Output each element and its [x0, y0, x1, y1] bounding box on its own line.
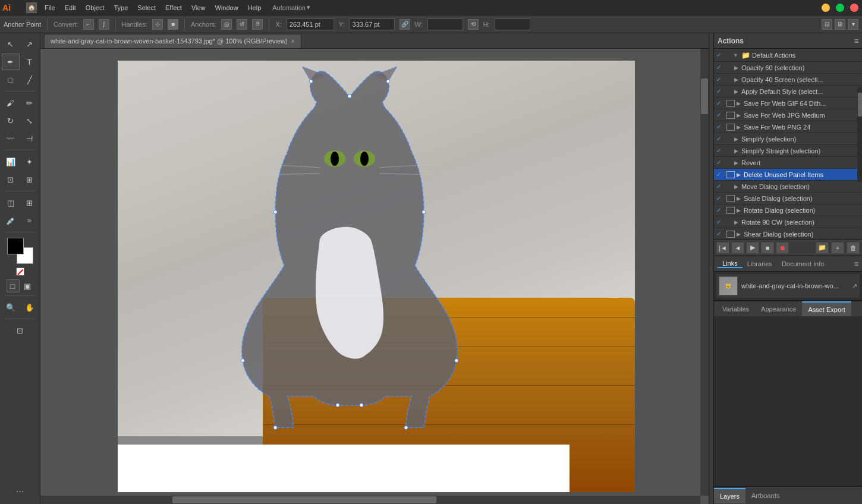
action-item-7[interactable]: ✓ ▶ Simplify (selection)	[714, 133, 862, 145]
handles-btn1[interactable]: ⊹	[152, 19, 163, 30]
menu-type[interactable]: Type	[110, 3, 133, 12]
more-btn[interactable]: ▾	[848, 19, 858, 30]
normal-mode-btn[interactable]: □	[7, 279, 20, 292]
rotate-tool[interactable]: ↻	[2, 112, 20, 129]
actions-scrollbar[interactable]	[857, 87, 862, 182]
libraries-tab[interactable]: Libraries	[743, 260, 777, 267]
actions-stop-btn[interactable]: ■	[761, 242, 774, 254]
artboards-tab[interactable]: Artboards	[745, 488, 786, 503]
x-input[interactable]	[287, 18, 334, 30]
mesh-tool[interactable]: ⊞	[21, 194, 39, 211]
hand-tool[interactable]: ✋	[21, 299, 39, 316]
stroke-swatch[interactable]	[7, 238, 24, 254]
menu-view[interactable]: View	[187, 3, 210, 12]
action-item-5[interactable]: ✓ ▶ Save For Web JPG Medium	[714, 109, 862, 121]
asset-export-tab[interactable]: Asset Export	[802, 301, 851, 317]
horizontal-scroll-thumb[interactable]	[172, 496, 436, 503]
no-color-btn[interactable]	[16, 267, 24, 276]
actions-play-prev-btn[interactable]: ◄	[731, 242, 744, 254]
vertical-scroll-thumb[interactable]	[701, 78, 708, 114]
align-btn[interactable]: ⊟	[822, 19, 832, 30]
width-tool[interactable]: ⊣	[21, 130, 39, 147]
link-wh-btn[interactable]: 🔗	[399, 19, 410, 30]
eyedropper-tool[interactable]: 💉	[2, 212, 20, 229]
anchors-btn2[interactable]: ↺	[237, 19, 247, 30]
actions-prev-btn[interactable]: |◄	[716, 242, 729, 254]
action-item-13[interactable]: ✓ ▶ Rotate Dialog (selection)	[714, 204, 862, 216]
transform-btn[interactable]: ⟲	[468, 19, 479, 30]
action-item-15[interactable]: ✓ ▶ Shear Dialog (selection)	[714, 228, 862, 239]
direct-selection-tool[interactable]: ↗	[21, 36, 39, 52]
action-item-8[interactable]: ✓ ▶ Simplify Straight (selection)	[714, 145, 862, 157]
actions-new-set-btn[interactable]: 📁	[816, 242, 829, 254]
h-input[interactable]	[495, 18, 530, 30]
screen-mode-btn[interactable]: ▣	[21, 279, 34, 292]
menu-edit[interactable]: Edit	[61, 3, 80, 12]
resize-handle[interactable]: ⋮	[709, 33, 713, 504]
action-item-9[interactable]: ✓ ▶ Revert	[714, 157, 862, 169]
zoom-tool[interactable]: 🔍	[2, 299, 20, 316]
link-goto-btn[interactable]: ↗	[852, 282, 857, 290]
document-tab[interactable]: white-and-gray-cat-in-brown-woven-basket…	[44, 34, 301, 48]
variables-tab[interactable]: Variables	[716, 301, 755, 317]
link-item-1[interactable]: 🐱 white-and-gray-cat-in-brown-wo... ↗	[716, 274, 860, 298]
rectangle-tool[interactable]: □	[2, 71, 20, 88]
artboards-tool2[interactable]: ⊡	[2, 322, 38, 339]
menu-window[interactable]: Window	[211, 3, 243, 12]
action-item-2[interactable]: ✓ ▶ Opacity 40 Screen (selecti...	[714, 74, 862, 86]
pencil-tool[interactable]: ✏	[21, 94, 39, 111]
workspace-dropdown[interactable]: ▾	[307, 4, 310, 11]
actions-record-btn[interactable]: ⏺	[776, 242, 789, 254]
warp-tool[interactable]: 〰	[2, 130, 20, 147]
slice-tool[interactable]: ⊞	[21, 171, 39, 188]
layers-tab[interactable]: Layers	[714, 488, 745, 503]
anchors-btn1[interactable]: ◎	[221, 19, 232, 30]
anchors-btn3[interactable]: ⠿	[252, 19, 263, 30]
document-canvas[interactable]	[118, 61, 635, 492]
action-item-11[interactable]: ✓ ▶ Move Dialog (selection)	[714, 181, 862, 193]
action-item-10[interactable]: ✓ ▶ Delete Unused Panel Items	[714, 169, 862, 181]
y-input[interactable]	[350, 18, 395, 30]
paintbrush-tool[interactable]: 🖌	[2, 94, 20, 111]
action-item-6[interactable]: ✓ ▶ Save For Web PNG 24	[714, 121, 862, 133]
menu-object[interactable]: Object	[81, 3, 109, 12]
pen-tool[interactable]: ✒	[2, 53, 20, 70]
symbol-tool[interactable]: ✦	[21, 153, 39, 170]
scale-tool[interactable]: ⤡	[21, 112, 39, 129]
blend-tool[interactable]: ≈	[21, 212, 39, 229]
action-item-14[interactable]: ✓ ▶ Rotate 90 CW (selection)	[714, 216, 862, 228]
gradient-tool[interactable]: ◫	[2, 194, 20, 211]
menu-help[interactable]: Help	[244, 3, 266, 12]
convert-smooth-btn[interactable]: ∫	[99, 19, 109, 30]
vertical-scrollbar[interactable]	[700, 49, 709, 496]
actions-delete-btn[interactable]: 🗑	[847, 242, 860, 254]
line-tool[interactable]: ╱	[21, 71, 39, 88]
horizontal-scrollbar[interactable]	[40, 496, 700, 504]
graph-tool[interactable]: 📊	[2, 153, 20, 170]
actions-scroll-thumb[interactable]	[858, 93, 862, 116]
action-item-3[interactable]: ✓ ▶ Apply Default Style (select...	[714, 86, 862, 97]
w-input[interactable]	[427, 18, 463, 30]
maximize-button[interactable]	[836, 4, 844, 12]
links-panel-menu-btn[interactable]: ≡	[854, 260, 858, 268]
menu-effect[interactable]: Effect	[161, 3, 186, 12]
artboard-tool[interactable]: ⊡	[2, 171, 20, 188]
actions-new-action-btn[interactable]: +	[831, 242, 844, 254]
menu-file[interactable]: File	[40, 3, 59, 12]
canvas-area[interactable]: % ▾ |◄ ◄ 1 ► ►| Pen ◄ ►	[40, 49, 709, 504]
appearance-tab[interactable]: Appearance	[755, 301, 802, 317]
default-actions-group-header[interactable]: ✓ ▼ 📁 Default Actions	[714, 49, 862, 62]
selection-tool[interactable]: ↖	[2, 36, 20, 52]
transform-btn2[interactable]: ⊞	[835, 19, 845, 30]
document-info-tab[interactable]: Document Info	[777, 260, 829, 267]
convert-corner-btn[interactable]: ⌐	[83, 19, 94, 30]
actions-panel-menu-btn[interactable]: ≡	[854, 37, 858, 45]
minimize-button[interactable]	[822, 4, 830, 12]
more-tools-btn[interactable]: ···	[16, 486, 24, 496]
type-tool[interactable]: T	[21, 53, 39, 70]
handles-btn2[interactable]: ■	[168, 19, 178, 30]
action-item-4[interactable]: ✓ ▶ Save For Web GIF 64 Dith...	[714, 97, 862, 109]
action-item-12[interactable]: ✓ ▶ Scale Dialog (selection)	[714, 193, 862, 204]
actions-play-btn[interactable]: ▶	[746, 242, 759, 254]
document-tab-close[interactable]: ×	[291, 38, 295, 45]
